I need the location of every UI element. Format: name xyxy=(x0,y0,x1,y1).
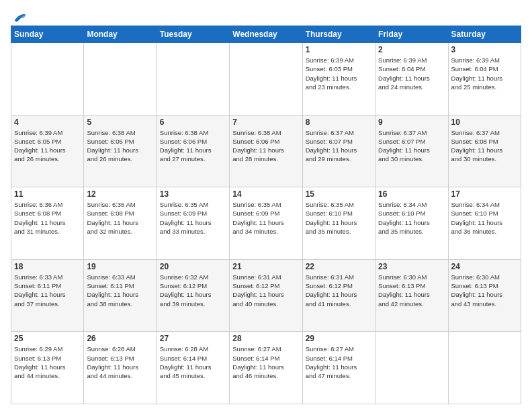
day-number: 7 xyxy=(232,118,299,127)
calendar-cell: 1Sunrise: 6:39 AM Sunset: 6:03 PM Daylig… xyxy=(302,43,375,116)
day-number: 13 xyxy=(160,189,226,199)
calendar-cell: 12Sunrise: 6:36 AM Sunset: 6:08 PM Dayli… xyxy=(84,187,157,260)
calendar-cell: 25Sunrise: 6:29 AM Sunset: 6:13 PM Dayli… xyxy=(11,332,84,404)
weekday-header-wednesday: Wednesday xyxy=(230,26,302,43)
day-info: Sunrise: 6:37 AM Sunset: 6:07 PM Dayligh… xyxy=(378,128,445,164)
day-number: 3 xyxy=(451,45,518,54)
day-info: Sunrise: 6:29 AM Sunset: 6:13 PM Dayligh… xyxy=(14,345,81,380)
day-info: Sunrise: 6:37 AM Sunset: 6:07 PM Dayligh… xyxy=(306,128,372,164)
calendar-cell: 24Sunrise: 6:30 AM Sunset: 6:13 PM Dayli… xyxy=(448,259,521,332)
calendar-cell: 4Sunrise: 6:39 AM Sunset: 6:05 PM Daylig… xyxy=(11,115,84,187)
day-number: 28 xyxy=(232,334,299,343)
day-number: 11 xyxy=(14,189,81,199)
day-number: 21 xyxy=(232,262,299,271)
day-info: Sunrise: 6:31 AM Sunset: 6:12 PM Dayligh… xyxy=(306,273,372,308)
day-info: Sunrise: 6:35 AM Sunset: 6:09 PM Dayligh… xyxy=(232,200,299,236)
calendar-week-row: 4Sunrise: 6:39 AM Sunset: 6:05 PM Daylig… xyxy=(11,115,521,187)
day-number: 25 xyxy=(14,334,81,343)
calendar-cell: 18Sunrise: 6:33 AM Sunset: 6:11 PM Dayli… xyxy=(11,259,84,332)
day-info: Sunrise: 6:38 AM Sunset: 6:06 PM Dayligh… xyxy=(232,128,299,164)
calendar-cell xyxy=(157,43,229,116)
day-number: 8 xyxy=(306,118,372,127)
day-info: Sunrise: 6:27 AM Sunset: 6:14 PM Dayligh… xyxy=(306,345,372,380)
day-number: 22 xyxy=(306,262,372,271)
logo xyxy=(11,11,27,23)
weekday-header-friday: Friday xyxy=(375,26,448,43)
day-info: Sunrise: 6:35 AM Sunset: 6:10 PM Dayligh… xyxy=(306,200,372,236)
day-number: 9 xyxy=(378,118,445,127)
calendar-cell: 8Sunrise: 6:37 AM Sunset: 6:07 PM Daylig… xyxy=(302,115,375,187)
calendar-week-row: 18Sunrise: 6:33 AM Sunset: 6:11 PM Dayli… xyxy=(11,259,521,332)
calendar-cell: 28Sunrise: 6:27 AM Sunset: 6:14 PM Dayli… xyxy=(230,332,302,404)
calendar-week-row: 11Sunrise: 6:36 AM Sunset: 6:08 PM Dayli… xyxy=(11,187,521,260)
day-info: Sunrise: 6:31 AM Sunset: 6:12 PM Dayligh… xyxy=(232,273,299,308)
day-number: 24 xyxy=(451,262,518,271)
weekday-header-tuesday: Tuesday xyxy=(157,26,229,43)
day-info: Sunrise: 6:30 AM Sunset: 6:13 PM Dayligh… xyxy=(451,273,518,308)
calendar-cell: 2Sunrise: 6:39 AM Sunset: 6:04 PM Daylig… xyxy=(375,43,448,116)
calendar-cell: 20Sunrise: 6:32 AM Sunset: 6:12 PM Dayli… xyxy=(157,259,229,332)
day-number: 29 xyxy=(306,334,372,343)
day-number: 19 xyxy=(87,262,153,271)
weekday-header-thursday: Thursday xyxy=(302,26,375,43)
day-number: 27 xyxy=(160,334,226,343)
day-info: Sunrise: 6:39 AM Sunset: 6:04 PM Dayligh… xyxy=(451,56,518,91)
calendar-cell: 26Sunrise: 6:28 AM Sunset: 6:13 PM Dayli… xyxy=(84,332,157,404)
day-info: Sunrise: 6:36 AM Sunset: 6:08 PM Dayligh… xyxy=(14,200,81,236)
calendar-cell: 29Sunrise: 6:27 AM Sunset: 6:14 PM Dayli… xyxy=(302,332,375,404)
day-info: Sunrise: 6:39 AM Sunset: 6:04 PM Dayligh… xyxy=(378,56,445,91)
calendar-cell: 27Sunrise: 6:28 AM Sunset: 6:14 PM Dayli… xyxy=(157,332,229,404)
day-number: 16 xyxy=(378,189,445,199)
calendar-cell: 3Sunrise: 6:39 AM Sunset: 6:04 PM Daylig… xyxy=(448,43,521,116)
day-number: 23 xyxy=(378,262,445,271)
calendar-cell xyxy=(448,332,521,404)
day-info: Sunrise: 6:39 AM Sunset: 6:05 PM Dayligh… xyxy=(14,128,81,164)
logo-bird-icon xyxy=(12,11,27,26)
day-info: Sunrise: 6:27 AM Sunset: 6:14 PM Dayligh… xyxy=(232,345,299,380)
day-info: Sunrise: 6:39 AM Sunset: 6:03 PM Dayligh… xyxy=(306,56,372,91)
day-number: 14 xyxy=(232,189,299,199)
day-info: Sunrise: 6:36 AM Sunset: 6:08 PM Dayligh… xyxy=(87,200,153,236)
calendar-cell: 13Sunrise: 6:35 AM Sunset: 6:09 PM Dayli… xyxy=(157,187,229,260)
day-info: Sunrise: 6:30 AM Sunset: 6:13 PM Dayligh… xyxy=(378,273,445,308)
day-number: 1 xyxy=(306,45,372,54)
calendar-cell: 14Sunrise: 6:35 AM Sunset: 6:09 PM Dayli… xyxy=(230,187,302,260)
day-info: Sunrise: 6:37 AM Sunset: 6:08 PM Dayligh… xyxy=(451,128,518,164)
day-info: Sunrise: 6:34 AM Sunset: 6:10 PM Dayligh… xyxy=(451,200,518,236)
calendar-cell: 9Sunrise: 6:37 AM Sunset: 6:07 PM Daylig… xyxy=(375,115,448,187)
calendar-cell xyxy=(11,43,84,116)
weekday-header-row: SundayMondayTuesdayWednesdayThursdayFrid… xyxy=(11,26,521,43)
day-info: Sunrise: 6:38 AM Sunset: 6:06 PM Dayligh… xyxy=(160,128,226,164)
weekday-header-sunday: Sunday xyxy=(11,26,84,43)
calendar-cell xyxy=(84,43,157,116)
day-info: Sunrise: 6:35 AM Sunset: 6:09 PM Dayligh… xyxy=(160,200,226,236)
day-info: Sunrise: 6:33 AM Sunset: 6:11 PM Dayligh… xyxy=(14,273,81,308)
day-number: 4 xyxy=(14,118,81,127)
calendar-cell: 19Sunrise: 6:33 AM Sunset: 6:11 PM Dayli… xyxy=(84,259,157,332)
day-number: 6 xyxy=(160,118,226,127)
day-info: Sunrise: 6:34 AM Sunset: 6:10 PM Dayligh… xyxy=(378,200,445,236)
day-number: 2 xyxy=(378,45,445,54)
day-info: Sunrise: 6:28 AM Sunset: 6:14 PM Dayligh… xyxy=(160,345,226,380)
header xyxy=(11,8,521,23)
day-number: 15 xyxy=(306,189,372,199)
calendar-cell: 11Sunrise: 6:36 AM Sunset: 6:08 PM Dayli… xyxy=(11,187,84,260)
day-info: Sunrise: 6:32 AM Sunset: 6:12 PM Dayligh… xyxy=(160,273,226,308)
day-number: 12 xyxy=(87,189,153,199)
calendar-week-row: 25Sunrise: 6:29 AM Sunset: 6:13 PM Dayli… xyxy=(11,332,521,404)
day-info: Sunrise: 6:33 AM Sunset: 6:11 PM Dayligh… xyxy=(87,273,153,308)
calendar-cell: 7Sunrise: 6:38 AM Sunset: 6:06 PM Daylig… xyxy=(230,115,302,187)
day-number: 20 xyxy=(160,262,226,271)
day-info: Sunrise: 6:38 AM Sunset: 6:05 PM Dayligh… xyxy=(87,128,153,164)
page: SundayMondayTuesdayWednesdayThursdayFrid… xyxy=(0,0,532,411)
calendar-cell: 10Sunrise: 6:37 AM Sunset: 6:08 PM Dayli… xyxy=(448,115,521,187)
day-number: 17 xyxy=(451,189,518,199)
weekday-header-monday: Monday xyxy=(84,26,157,43)
day-number: 26 xyxy=(87,334,153,343)
calendar-week-row: 1Sunrise: 6:39 AM Sunset: 6:03 PM Daylig… xyxy=(11,43,521,116)
calendar-cell: 22Sunrise: 6:31 AM Sunset: 6:12 PM Dayli… xyxy=(302,259,375,332)
day-info: Sunrise: 6:28 AM Sunset: 6:13 PM Dayligh… xyxy=(87,345,153,380)
calendar-cell xyxy=(230,43,302,116)
calendar-table: SundayMondayTuesdayWednesdayThursdayFrid… xyxy=(11,26,521,404)
weekday-header-saturday: Saturday xyxy=(448,26,521,43)
